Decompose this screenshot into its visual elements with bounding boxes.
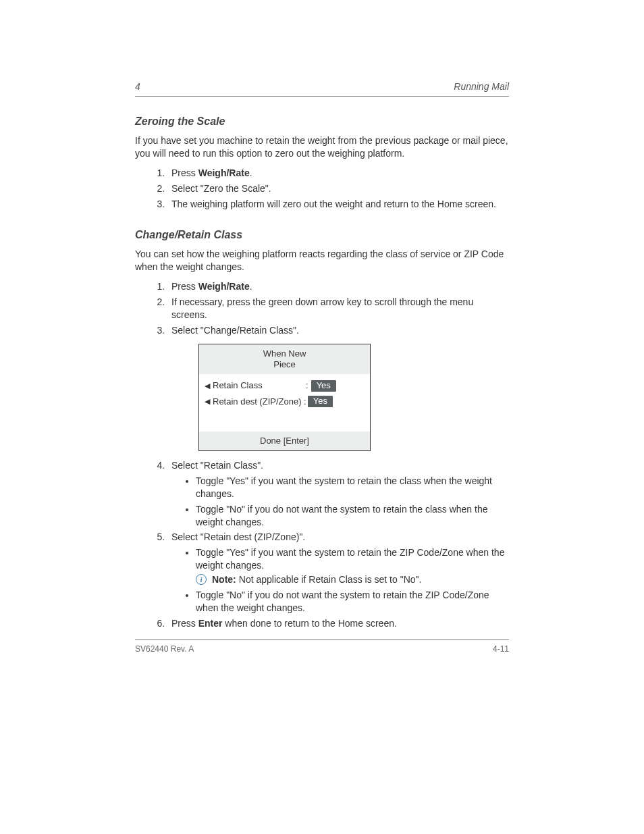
step-text: Select "Change/Retain Class".	[171, 325, 299, 336]
lcd-row-retain-dest: ◀ Retain dest (ZIP/Zone) : Yes	[205, 396, 365, 408]
lcd-row-retain-class: ◀ Retain Class : Yes	[205, 380, 365, 392]
note-text: Note:Not applicable if Retain Class is s…	[212, 573, 421, 586]
page-footer: SV62440 Rev. A 4-11	[135, 644, 509, 654]
list-item: Press Weigh/Rate.	[167, 167, 509, 180]
step-text: Press	[171, 618, 198, 629]
list-item: Press Enter when done to return to the H…	[167, 617, 509, 630]
list-item: Toggle "No" if you do not want the syste…	[196, 503, 509, 529]
key-name: Weigh/Rate	[198, 281, 250, 292]
chapter-number: 4	[135, 81, 140, 92]
list-item: Toggle "Yes" if you want the system to r…	[196, 475, 509, 500]
list-item: Toggle "No" if you do not want the syste…	[196, 589, 509, 615]
step-text: Select "Retain Class".	[171, 460, 263, 471]
step-text: Press	[171, 281, 198, 292]
lcd-title: When New Piece	[199, 344, 370, 375]
lcd-value: Yes	[311, 380, 336, 392]
key-name: Weigh/Rate	[198, 167, 250, 178]
lcd-footer: Done [Enter]	[199, 432, 370, 450]
lcd-colon: :	[306, 380, 308, 392]
step-text: Select "Retain dest (ZIP/Zone)".	[171, 531, 305, 542]
lcd-title-line: When New	[263, 348, 306, 359]
note-body: Not applicable if Retain Class is set to…	[239, 574, 422, 585]
list-item: Select "Retain Class". Toggle "Yes" if y…	[167, 459, 509, 528]
list-item: Select "Zero the Scale".	[167, 182, 509, 195]
left-arrow-icon: ◀	[205, 396, 210, 407]
section-title-zeroing: Zeroing the Scale	[135, 115, 509, 128]
footer-divider	[135, 640, 509, 640]
list-item: Select "Retain dest (ZIP/Zone)". Toggle …	[167, 531, 509, 614]
bullet-list: Toggle "Yes" if you want the system to r…	[171, 546, 509, 614]
step-text: .	[250, 281, 252, 292]
list-item: Press Weigh/Rate.	[167, 280, 509, 293]
key-name: Enter	[198, 618, 223, 629]
left-arrow-icon: ◀	[205, 381, 210, 391]
footer-right: 4-11	[493, 644, 509, 654]
lcd-screen: When New Piece ◀ Retain Class : Yes ◀ Re…	[198, 344, 371, 451]
step-text: when done to return to the Home screen.	[222, 618, 396, 629]
paragraph: If you have set you machine to retain th…	[135, 134, 509, 160]
list-item: Select "Change/Retain Class". When New P…	[167, 324, 509, 451]
lcd-value: Yes	[308, 396, 333, 407]
lcd-label: Retain Class	[213, 380, 306, 392]
list-item: The weighing platform will zero out the …	[167, 198, 509, 211]
bullet-text: Toggle "Yes" if you want the system to r…	[196, 547, 504, 571]
lcd-title-line: Piece	[273, 359, 296, 369]
footer-left: SV62440 Rev. A	[135, 644, 194, 654]
lcd-body: ◀ Retain Class : Yes ◀ Retain dest (ZIP/…	[199, 374, 370, 432]
lcd-label: Retain dest (ZIP/Zone) :	[213, 396, 306, 408]
list-item: Toggle "Yes" if you want the system to r…	[196, 546, 509, 586]
ordered-list: Press Weigh/Rate. If necessary, press th…	[135, 280, 509, 629]
bullet-list: Toggle "Yes" if you want the system to r…	[171, 475, 509, 529]
paragraph: You can set how the weighing platform re…	[135, 248, 509, 273]
note-row: i Note:Not applicable if Retain Class is…	[196, 573, 509, 586]
step-text: .	[250, 167, 252, 178]
ordered-list: Press Weigh/Rate. Select "Zero the Scale…	[135, 167, 509, 211]
header-divider	[135, 96, 509, 97]
chapter-title: Running Mail	[454, 81, 509, 92]
section-title-change-retain: Change/Retain Class	[135, 229, 509, 241]
info-icon: i	[196, 574, 207, 585]
note-label: Note:	[212, 574, 236, 585]
document-page: 4 Running Mail Zeroing the Scale If you …	[0, 0, 644, 694]
step-text: Press	[171, 167, 198, 178]
list-item: If necessary, press the green down arrow…	[167, 296, 509, 321]
page-header: 4 Running Mail	[135, 81, 509, 92]
